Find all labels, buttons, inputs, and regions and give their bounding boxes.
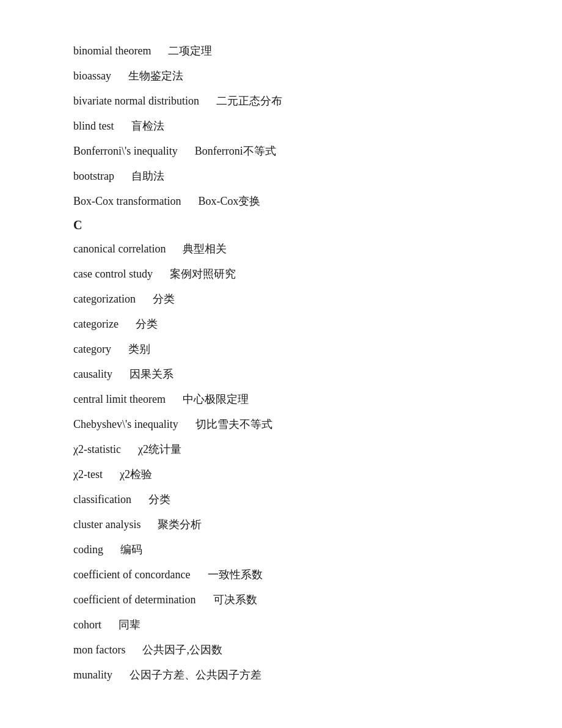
translation-text: 典型相关 [183,243,227,255]
term-text: category [73,343,111,355]
term-text: coefficient of determination [73,594,196,606]
term-text: blind test [73,120,114,132]
list-item: mon factors公共因子,公因数 [73,642,489,658]
list-item: binomial theorem二项定理 [73,43,489,59]
list-item: χ2-statisticχ2统计量 [73,441,489,458]
section-letter-c: C [73,218,489,232]
translation-text: χ2检验 [120,468,152,480]
translation-text: 公因子方差、公共因子方差 [130,669,261,681]
list-item: coding编码 [73,542,489,558]
term-text: binomial theorem [73,45,151,57]
translation-text: 因果关系 [130,368,173,380]
list-item: categorization分类 [73,291,489,307]
translation-text: 分类 [136,318,158,330]
term-text: coefficient of concordance [73,568,191,581]
list-item: cohort同辈 [73,617,489,633]
list-item: bootstrap自助法 [73,168,489,185]
term-text: Chebyshev\'s inequality [73,418,178,430]
list-item: χ2-testχ2检验 [73,466,489,483]
list-item: Box-Cox transformationBox-Cox变换 [73,193,489,210]
list-item: coefficient of determination可决系数 [73,592,489,608]
term-text: central limit theorem [73,393,166,405]
list-item: blind test盲检法 [73,118,489,134]
term-text: bivariate normal distribution [73,95,199,107]
list-item: munality公因子方差、公共因子方差 [73,667,489,683]
list-item: bivariate normal distribution二元正态分布 [73,93,489,109]
translation-text: 类别 [128,343,150,355]
list-item: cluster analysis聚类分析 [73,517,489,533]
translation-text: 同辈 [119,619,140,631]
list-item: categorize分类 [73,316,489,333]
list-item: Bonferroni\'s inequalityBonferroni不等式 [73,143,489,160]
list-item: classification分类 [73,491,489,508]
list-item: central limit theorem中心极限定理 [73,391,489,408]
translation-text: 可决系数 [213,594,257,606]
translation-text: 案例对照研究 [170,268,236,280]
term-text: χ2-test [73,468,103,480]
list-item: case control study案例对照研究 [73,266,489,282]
term-text: case control study [73,268,153,280]
translation-text: 聚类分析 [158,518,202,531]
term-text: categorization [73,293,136,305]
translation-text: 生物鉴定法 [128,70,183,82]
list-item: bioassay生物鉴定法 [73,68,489,84]
translation-text: 公共因子,公因数 [142,644,222,656]
translation-text: 中心极限定理 [183,393,249,405]
translation-text: 分类 [148,493,170,506]
translation-text: 编码 [120,543,142,556]
term-text: bootstrap [73,170,114,182]
term-text: mon factors [73,644,125,656]
term-text: Box-Cox transformation [73,195,181,207]
translation-text: 二项定理 [168,45,212,57]
term-text: bioassay [73,70,111,82]
term-text: categorize [73,318,119,330]
translation-text: Box-Cox变换 [198,195,260,207]
list-item: category类别 [73,341,489,358]
translation-text: Bonferroni不等式 [195,145,276,157]
term-text: cluster analysis [73,518,140,531]
page-container: binomial theorem二项定理bioassay生物鉴定法bivaria… [0,0,562,728]
term-text: coding [73,543,103,556]
translation-text: 盲检法 [131,120,164,132]
translation-text: χ2统计量 [138,443,181,455]
list-item: coefficient of concordance一致性系数 [73,567,489,583]
term-text: canonical correlation [73,243,166,255]
translation-text: 二元正态分布 [216,95,282,107]
term-text: classification [73,493,131,506]
entries-container: binomial theorem二项定理bioassay生物鉴定法bivaria… [73,43,489,683]
translation-text: 分类 [153,293,175,305]
list-item: causality因果关系 [73,366,489,383]
term-text: χ2-statistic [73,443,121,455]
term-text: cohort [73,619,101,631]
term-text: munality [73,669,112,681]
translation-text: 一致性系数 [208,568,263,581]
translation-text: 自助法 [131,170,164,182]
translation-text: 切比雪夫不等式 [195,418,272,430]
list-item: canonical correlation典型相关 [73,241,489,257]
term-text: causality [73,368,112,380]
term-text: Bonferroni\'s inequality [73,145,178,157]
list-item: Chebyshev\'s inequality切比雪夫不等式 [73,416,489,433]
